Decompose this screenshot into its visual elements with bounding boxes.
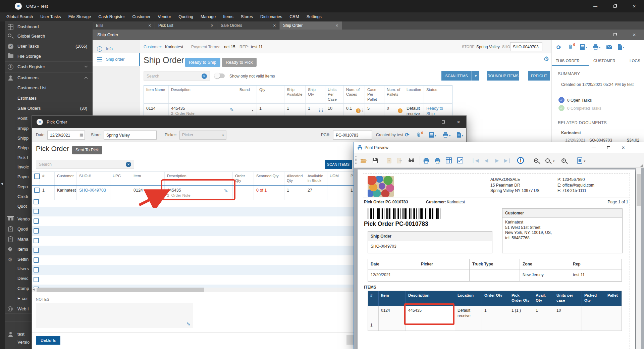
col-units-per-case[interactable]: Units Per Case: [325, 86, 344, 103]
col-description[interactable]: Description: [169, 86, 237, 103]
sidebar-item-sale-orders[interactable]: Sale Orders(30): [5, 103, 93, 113]
print-preview-titlebar[interactable]: Print Preview — ✕: [354, 142, 644, 153]
col-allocated-qty[interactable]: Allocated Qty: [284, 172, 305, 185]
gear-icon[interactable]: ⚙: [543, 55, 549, 63]
close-icon[interactable]: ✕: [273, 21, 276, 30]
pick-order-search-input[interactable]: [36, 160, 134, 169]
sidebar-item-user-tasks[interactable]: ✓User Tasks(1066): [5, 41, 93, 51]
prev-page-icon[interactable]: ◀: [482, 156, 491, 165]
sidebar-item-file-storage[interactable]: File Storage: [5, 51, 93, 61]
refresh-icon[interactable]: ⟳: [556, 44, 561, 51]
menu-file-storage[interactable]: File Storage: [65, 12, 95, 21]
export-icon[interactable]: [395, 156, 404, 165]
document-icon[interactable]: [575, 156, 584, 165]
horizontal-scrollbar[interactable]: ◀: [32, 288, 354, 292]
dropdown-caret-icon[interactable]: ▾: [586, 46, 587, 49]
zoom-out-icon[interactable]: –: [532, 156, 540, 165]
checkbox[interactable]: [34, 277, 39, 282]
print-preview-restore-button[interactable]: [601, 142, 616, 153]
col-sho[interactable]: SHO #: [77, 172, 110, 185]
receipt-icon[interactable]: [429, 132, 434, 138]
dropdown-caret-icon[interactable]: ▾: [599, 46, 600, 49]
print-icon[interactable]: [593, 44, 599, 50]
scan-items-button[interactable]: SCAN ITEMS: [325, 160, 352, 169]
related-doc-link[interactable]: SO-0049703: [589, 138, 612, 143]
checkbox[interactable]: [34, 267, 39, 272]
col-ship-qty[interactable]: Ship Qty: [306, 86, 325, 103]
roundup-items-button[interactable]: ROUNDUP ITEMS: [487, 71, 519, 81]
edit-pencil-icon[interactable]: ✎: [185, 322, 191, 326]
col-upc[interactable]: UPC: [110, 172, 131, 185]
pick-order-titlebar[interactable]: ≈ Pick Order ✕: [32, 116, 466, 128]
email-icon[interactable]: [606, 44, 612, 50]
tab-sale-orders[interactable]: Sale Orders✕: [217, 21, 280, 30]
completed-tasks-text[interactable]: 0 Completed Tasks: [567, 106, 601, 111]
checkbox[interactable]: [34, 173, 40, 179]
receipt-icon[interactable]: [580, 44, 585, 50]
dropdown-caret-icon[interactable]: ▼: [583, 160, 586, 163]
first-page-icon[interactable]: ❘◀: [471, 156, 479, 165]
col-uom[interactable]: UOM: [327, 172, 348, 185]
nav-ship-order[interactable]: Ship order: [93, 53, 140, 66]
close-icon[interactable]: ✕: [211, 21, 214, 30]
col-order-qty[interactable]: Order Qty: [233, 172, 254, 185]
print-preview-minimize-button[interactable]: —: [586, 142, 601, 153]
sidebar-collapse-strip[interactable]: ◀: [0, 21, 5, 349]
checkbox[interactable]: [34, 257, 39, 263]
app-restore-button[interactable]: [605, 0, 625, 12]
sidebar-item-dashboard[interactable]: Dashboard: [5, 21, 93, 32]
col-ship-available[interactable]: Ship Available: [284, 86, 306, 103]
app-close-button[interactable]: ✕: [625, 0, 644, 12]
col-qty[interactable]: Qty: [257, 86, 284, 103]
sidebar-item-global-search[interactable]: Global Search: [5, 31, 93, 41]
scroll-left-arrow-icon[interactable]: ◀: [33, 288, 35, 291]
menu-items[interactable]: Items: [219, 12, 237, 21]
sidebar-item-estimates[interactable]: Estimates: [5, 93, 93, 103]
col-num[interactable]: #: [40, 172, 55, 185]
last-page-icon[interactable]: ▶❘: [503, 156, 512, 165]
open-icon[interactable]: [359, 156, 368, 165]
tab-ship-order[interactable]: Ship Order✕: [280, 21, 342, 30]
delete-button[interactable]: DELETE: [36, 336, 60, 345]
clear-search-icon[interactable]: ✕: [126, 162, 131, 167]
save-icon[interactable]: [371, 156, 379, 165]
menu-customer[interactable]: Customer: [128, 12, 154, 21]
col-case-per-pallet[interactable]: Case Per Pallet: [365, 86, 384, 103]
clear-search-icon[interactable]: ✕: [202, 73, 207, 79]
zoom-icon[interactable]: [543, 156, 552, 165]
tab-this-order[interactable]: THIS ORDER: [556, 59, 580, 63]
clipboard-icon[interactable]: ?: [385, 156, 393, 165]
menu-dictionaries[interactable]: Dictionaries: [257, 12, 286, 21]
dropdown-caret-icon[interactable]: ▾: [623, 46, 624, 49]
refresh-icon[interactable]: ⟳: [405, 132, 409, 138]
picker-select[interactable]: Picker: [179, 131, 226, 140]
toolbar-grip[interactable]: [355, 156, 357, 164]
pick-order-restore-button[interactable]: [435, 116, 451, 128]
notes-box[interactable]: ✎: [36, 303, 193, 328]
col-brand[interactable]: Brand: [237, 86, 257, 103]
document-icon[interactable]: [618, 44, 622, 50]
zoom-in-icon[interactable]: +: [559, 156, 568, 165]
scan-items-button[interactable]: SCAN ITEMS: [441, 71, 472, 81]
ship-order-restore-button[interactable]: [605, 30, 625, 40]
page-setup-icon[interactable]: [444, 156, 453, 165]
navigator-compass-icon[interactable]: [516, 156, 525, 165]
checkbox[interactable]: [34, 228, 39, 234]
col-available-in-stock[interactable]: Available in Stock: [305, 172, 327, 185]
edit-pencil-icon[interactable]: ✎: [228, 107, 234, 111]
close-icon[interactable]: ✕: [148, 21, 151, 30]
document-icon[interactable]: [457, 132, 461, 138]
print-preview-close-button[interactable]: ✕: [616, 142, 631, 153]
sho-number-input[interactable]: [510, 42, 542, 51]
next-page-icon[interactable]: ▶: [493, 156, 501, 165]
quick-print-icon[interactable]: [433, 156, 442, 165]
menu-manage[interactable]: Manage: [197, 12, 219, 21]
print-icon[interactable]: [442, 132, 448, 138]
col-num-of-cases[interactable]: Num. of Cases: [344, 86, 365, 103]
ready-to-pick-chip[interactable]: Ready to Pick: [222, 58, 257, 67]
menu-user-tasks[interactable]: User Tasks: [37, 12, 65, 21]
menu-quoting[interactable]: Quoting: [175, 12, 197, 21]
checkbox[interactable]: [34, 248, 39, 253]
vertical-scrollbar[interactable]: [636, 168, 641, 349]
ship-order-close-button[interactable]: ✕: [625, 30, 644, 40]
